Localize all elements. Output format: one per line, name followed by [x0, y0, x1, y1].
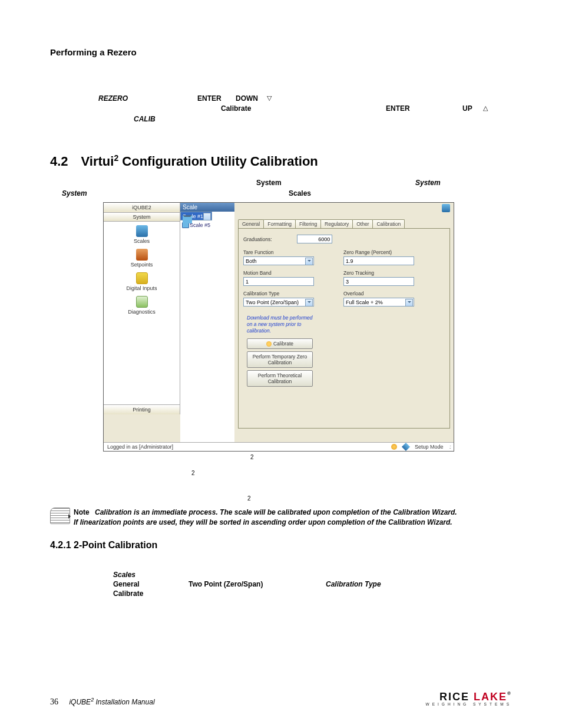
step-caltype: Calibration Type [326, 580, 381, 588]
brand-tagline: WEIGHING SYSTEMS [426, 703, 512, 707]
note-icon [50, 508, 70, 524]
nav-setpoints-label: Setpoints [131, 262, 153, 268]
kw-calibrate: Calibrate [221, 104, 251, 113]
kw-calib: CALIB [134, 115, 156, 123]
float-2-c: 2 [247, 495, 512, 502]
kw-rezero: REZERO [98, 94, 128, 103]
overload-select[interactable]: Full Scale + 2% [343, 298, 414, 307]
tabbar: General Formatting Filtering Regulatory … [238, 219, 454, 228]
tab-formatting[interactable]: Formatting [263, 219, 296, 228]
tab-other[interactable]: Other [352, 219, 373, 228]
app-window: iQUBE2 System Scales Setpoints Digital I… [103, 202, 454, 452]
resize-grip-icon: .:: [449, 444, 450, 450]
section-heading-4-2: 4.2Virtui2 Configuration Utility Calibra… [50, 153, 512, 169]
digital-inputs-icon [136, 272, 148, 284]
section-title-b: Configuration Utility Calibration [118, 154, 318, 169]
nav-di-label: Digital Inputs [126, 285, 157, 291]
label-system-2: System [415, 179, 441, 187]
sidebar-printing[interactable]: Printing [104, 404, 180, 414]
zerotrack-label: Zero Tracking [343, 270, 426, 276]
manual-a: iQUBE [69, 698, 91, 706]
nav-diag-label: Diagnostics [128, 309, 156, 315]
keyword-cluster-1: REZERO ENTER DOWN ▽ Calibrate CALIB ENTE… [50, 91, 512, 115]
sidebar-header[interactable]: iQUBE2 [104, 203, 180, 213]
tare-select[interactable]: Both [243, 256, 314, 265]
wand-icon [266, 341, 272, 347]
step-scales: Scales [113, 571, 135, 579]
tab-calibration[interactable]: Calibration [372, 219, 405, 228]
heading-performing-rezero: Performing a Rezero [50, 47, 512, 57]
nav-scales-label: Scales [134, 238, 150, 244]
caltype-label: Calibration Type [243, 291, 326, 297]
subsection-4-2-1: 4.2.1 2-Point Calibration [50, 540, 512, 551]
page-number: 36 [50, 697, 58, 706]
manual-title: iQUBE2 Installation Manual [69, 698, 154, 706]
manual-b: Installation Manual [94, 698, 154, 706]
caltype-select[interactable]: Two Point (Zero/Span) [243, 298, 314, 307]
steps-grid: Scales General Two Point (Zero/Span) Cal… [50, 571, 512, 606]
label-system-1: System [256, 179, 282, 187]
zerorange-input[interactable]: 1.9 [343, 256, 414, 265]
calibrate-button-label: Calibrate [273, 341, 293, 347]
graduations-row: Graduations: 6000 [243, 235, 445, 243]
nav-sidebar: iQUBE2 System Scales Setpoints Digital I… [104, 203, 180, 414]
sidebar-subheader[interactable]: System [104, 213, 180, 222]
float-2-a: 2 [250, 454, 512, 460]
scales-icon [136, 225, 148, 237]
diagnostics-icon [136, 296, 148, 308]
tab-filtering[interactable]: Filtering [295, 219, 321, 228]
step-calibrate: Calibrate [113, 589, 143, 598]
graduations-input[interactable]: 6000 [297, 235, 332, 243]
nav-setpoints[interactable]: Setpoints [104, 245, 180, 269]
overload-label: Overload [343, 291, 426, 297]
section-number: 4.2 [50, 154, 68, 169]
nav-digital-inputs[interactable]: Digital Inputs [104, 269, 180, 292]
tree-scale-1[interactable]: Scale #1 [180, 212, 212, 220]
kw-enter-2: ENTER [386, 104, 410, 113]
nav-diagnostics[interactable]: Diagnostics [104, 292, 180, 316]
brand-logo: RICE LAKE® WEIGHING SYSTEMS [426, 691, 512, 707]
step-twopoint: Two Point (Zero/Span) [189, 580, 263, 588]
tree-titlebar: Scale [180, 203, 234, 212]
corner-scale-icon [442, 204, 450, 212]
status-diamond-icon [402, 443, 410, 451]
step-general: General [113, 580, 140, 588]
note-line-1: Calibration is an immediate process. The… [95, 508, 457, 516]
status-dot-icon [391, 444, 397, 450]
page-footer: 36 iQUBE2 Installation Manual RICE LAKE®… [50, 691, 512, 707]
setpoints-icon [136, 249, 148, 261]
kw-down: DOWN [236, 94, 258, 103]
section-title-a: Virtui [81, 154, 114, 169]
floating-twos: 2 2 2 [50, 454, 512, 502]
temp-zero-button[interactable]: Perform Temporary Zero Calibration [247, 351, 313, 368]
brand-lake: LAKE [474, 691, 507, 703]
kw-enter: ENTER [197, 94, 222, 103]
motion-input[interactable]: 1 [243, 277, 314, 286]
statusbar: Logged in as [Administrator] Setup Mode … [104, 442, 454, 451]
status-left: Logged in as [Administrator] [107, 444, 173, 450]
status-right: Setup Mode [415, 444, 444, 450]
calibration-note: Download must be performed on a new syst… [247, 315, 318, 334]
tab-body: Graduations: 6000 Tare Function Both Mot… [238, 228, 450, 429]
tree-title: Scale [183, 204, 197, 210]
note-block: Note Calibration is an immediate process… [50, 508, 512, 526]
label-scales: Scales [289, 189, 311, 197]
row-above-figure: System System System Scales [50, 179, 512, 202]
theoretical-button[interactable]: Perform Theoretical Calibration [247, 370, 313, 387]
note-label: Note [74, 508, 90, 516]
tab-general[interactable]: General [238, 219, 264, 228]
graduations-label: Graduations: [243, 236, 272, 242]
note-line-2: If linearization points are used, they w… [74, 518, 452, 526]
float-2-b: 2 [191, 470, 512, 476]
up-triangle-icon: △ [483, 104, 488, 112]
kw-up: UP [462, 104, 472, 113]
tare-label: Tare Function [243, 249, 326, 255]
calibrate-button[interactable]: Calibrate [247, 338, 313, 349]
nav-scales[interactable]: Scales [104, 222, 180, 245]
scale-tree-panel: Scale Scale #1 Scale #5 [180, 203, 234, 442]
zerotrack-input[interactable]: 3 [343, 277, 414, 286]
tab-regulatory[interactable]: Regulatory [320, 219, 353, 228]
label-system-3: System [62, 189, 87, 197]
registered-icon: ® [507, 691, 512, 696]
content-panel: General Formatting Filtering Regulatory … [234, 203, 454, 437]
